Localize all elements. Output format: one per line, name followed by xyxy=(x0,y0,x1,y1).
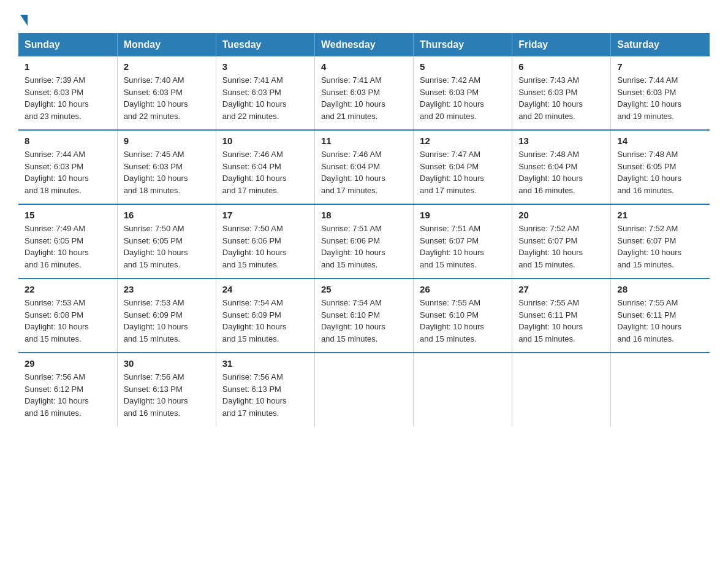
calendar-cell: 5Sunrise: 7:42 AMSunset: 6:03 PMDaylight… xyxy=(414,56,512,130)
day-info: Sunrise: 7:39 AMSunset: 6:03 PMDaylight:… xyxy=(25,74,111,122)
day-number: 30 xyxy=(124,358,210,369)
calendar-week-row: 22Sunrise: 7:53 AMSunset: 6:08 PMDayligh… xyxy=(18,278,710,353)
calendar-cell: 20Sunrise: 7:52 AMSunset: 6:07 PMDayligh… xyxy=(512,204,611,278)
calendar-cell: 11Sunrise: 7:46 AMSunset: 6:04 PMDayligh… xyxy=(314,130,413,204)
calendar-cell: 4Sunrise: 7:41 AMSunset: 6:03 PMDaylight… xyxy=(314,56,413,130)
calendar-cell: 2Sunrise: 7:40 AMSunset: 6:03 PMDaylight… xyxy=(117,56,216,130)
day-number: 20 xyxy=(518,210,604,220)
day-info: Sunrise: 7:48 AMSunset: 6:04 PMDaylight:… xyxy=(518,148,604,196)
day-info: Sunrise: 7:49 AMSunset: 6:05 PMDaylight:… xyxy=(25,223,111,270)
day-info: Sunrise: 7:44 AMSunset: 6:03 PMDaylight:… xyxy=(25,148,111,196)
day-info: Sunrise: 7:43 AMSunset: 6:03 PMDaylight:… xyxy=(518,74,604,122)
calendar-week-row: 8Sunrise: 7:44 AMSunset: 6:03 PMDaylight… xyxy=(18,130,710,204)
calendar-cell: 6Sunrise: 7:43 AMSunset: 6:03 PMDaylight… xyxy=(512,56,611,130)
day-info: Sunrise: 7:56 AMSunset: 6:12 PMDaylight:… xyxy=(25,371,111,419)
day-info: Sunrise: 7:40 AMSunset: 6:03 PMDaylight:… xyxy=(124,74,210,122)
calendar-cell xyxy=(512,353,611,426)
day-number: 8 xyxy=(25,136,111,146)
day-number: 7 xyxy=(617,61,703,72)
day-info: Sunrise: 7:46 AMSunset: 6:04 PMDaylight:… xyxy=(321,148,407,196)
weekday-header-saturday: Saturday xyxy=(611,33,710,56)
calendar-cell xyxy=(414,353,512,426)
calendar-cell: 3Sunrise: 7:41 AMSunset: 6:03 PMDaylight… xyxy=(216,56,314,130)
calendar-cell: 19Sunrise: 7:51 AMSunset: 6:07 PMDayligh… xyxy=(414,204,512,278)
day-number: 2 xyxy=(124,61,210,72)
day-info: Sunrise: 7:42 AMSunset: 6:03 PMDaylight:… xyxy=(420,74,506,122)
weekday-header-row: SundayMondayTuesdayWednesdayThursdayFrid… xyxy=(18,33,710,56)
day-number: 1 xyxy=(25,61,111,72)
calendar-cell: 29Sunrise: 7:56 AMSunset: 6:12 PMDayligh… xyxy=(18,353,117,426)
logo-arrow-icon xyxy=(20,15,28,26)
day-number: 14 xyxy=(617,136,703,146)
day-number: 23 xyxy=(124,284,210,294)
day-info: Sunrise: 7:52 AMSunset: 6:07 PMDaylight:… xyxy=(617,223,703,270)
calendar-cell: 16Sunrise: 7:50 AMSunset: 6:05 PMDayligh… xyxy=(117,204,216,278)
day-info: Sunrise: 7:45 AMSunset: 6:03 PMDaylight:… xyxy=(124,148,210,196)
calendar-week-row: 29Sunrise: 7:56 AMSunset: 6:12 PMDayligh… xyxy=(18,353,710,426)
page-header xyxy=(18,12,710,22)
calendar-cell: 25Sunrise: 7:54 AMSunset: 6:10 PMDayligh… xyxy=(314,278,413,353)
calendar-cell: 8Sunrise: 7:44 AMSunset: 6:03 PMDaylight… xyxy=(18,130,117,204)
day-number: 22 xyxy=(25,284,111,294)
day-info: Sunrise: 7:50 AMSunset: 6:05 PMDaylight:… xyxy=(124,223,210,270)
weekday-header-wednesday: Wednesday xyxy=(314,33,413,56)
day-number: 27 xyxy=(518,284,604,294)
logo xyxy=(18,12,28,22)
calendar-cell: 28Sunrise: 7:55 AMSunset: 6:11 PMDayligh… xyxy=(611,278,710,353)
calendar-cell: 24Sunrise: 7:54 AMSunset: 6:09 PMDayligh… xyxy=(216,278,314,353)
calendar-cell: 23Sunrise: 7:53 AMSunset: 6:09 PMDayligh… xyxy=(117,278,216,353)
day-number: 3 xyxy=(222,61,308,72)
day-number: 26 xyxy=(420,284,506,294)
weekday-header-friday: Friday xyxy=(512,33,611,56)
calendar-cell: 13Sunrise: 7:48 AMSunset: 6:04 PMDayligh… xyxy=(512,130,611,204)
day-info: Sunrise: 7:51 AMSunset: 6:06 PMDaylight:… xyxy=(321,223,407,270)
day-number: 13 xyxy=(518,136,604,146)
day-number: 18 xyxy=(321,210,407,220)
day-number: 31 xyxy=(222,358,308,369)
day-number: 21 xyxy=(617,210,703,220)
weekday-header-tuesday: Tuesday xyxy=(216,33,314,56)
calendar-cell: 22Sunrise: 7:53 AMSunset: 6:08 PMDayligh… xyxy=(18,278,117,353)
calendar-week-row: 15Sunrise: 7:49 AMSunset: 6:05 PMDayligh… xyxy=(18,204,710,278)
day-number: 24 xyxy=(222,284,308,294)
day-info: Sunrise: 7:56 AMSunset: 6:13 PMDaylight:… xyxy=(124,371,210,419)
day-info: Sunrise: 7:50 AMSunset: 6:06 PMDaylight:… xyxy=(222,223,308,270)
day-info: Sunrise: 7:51 AMSunset: 6:07 PMDaylight:… xyxy=(420,223,506,270)
day-number: 16 xyxy=(124,210,210,220)
day-number: 6 xyxy=(518,61,604,72)
calendar-cell: 9Sunrise: 7:45 AMSunset: 6:03 PMDaylight… xyxy=(117,130,216,204)
weekday-header-sunday: Sunday xyxy=(18,33,117,56)
day-number: 25 xyxy=(321,284,407,294)
calendar-cell: 15Sunrise: 7:49 AMSunset: 6:05 PMDayligh… xyxy=(18,204,117,278)
calendar-cell: 30Sunrise: 7:56 AMSunset: 6:13 PMDayligh… xyxy=(117,353,216,426)
day-info: Sunrise: 7:55 AMSunset: 6:11 PMDaylight:… xyxy=(617,297,703,345)
day-number: 11 xyxy=(321,136,407,146)
calendar-cell: 1Sunrise: 7:39 AMSunset: 6:03 PMDaylight… xyxy=(18,56,117,130)
calendar-cell: 17Sunrise: 7:50 AMSunset: 6:06 PMDayligh… xyxy=(216,204,314,278)
weekday-header-monday: Monday xyxy=(117,33,216,56)
day-info: Sunrise: 7:44 AMSunset: 6:03 PMDaylight:… xyxy=(617,74,703,122)
calendar-table: SundayMondayTuesdayWednesdayThursdayFrid… xyxy=(18,33,710,426)
day-info: Sunrise: 7:41 AMSunset: 6:03 PMDaylight:… xyxy=(222,74,308,122)
day-number: 9 xyxy=(124,136,210,146)
calendar-week-row: 1Sunrise: 7:39 AMSunset: 6:03 PMDaylight… xyxy=(18,56,710,130)
day-info: Sunrise: 7:56 AMSunset: 6:13 PMDaylight:… xyxy=(222,371,308,419)
calendar-cell: 31Sunrise: 7:56 AMSunset: 6:13 PMDayligh… xyxy=(216,353,314,426)
weekday-header-thursday: Thursday xyxy=(414,33,512,56)
day-number: 15 xyxy=(25,210,111,220)
day-info: Sunrise: 7:48 AMSunset: 6:05 PMDaylight:… xyxy=(617,148,703,196)
day-number: 17 xyxy=(222,210,308,220)
calendar-cell: 18Sunrise: 7:51 AMSunset: 6:06 PMDayligh… xyxy=(314,204,413,278)
day-info: Sunrise: 7:47 AMSunset: 6:04 PMDaylight:… xyxy=(420,148,506,196)
day-info: Sunrise: 7:41 AMSunset: 6:03 PMDaylight:… xyxy=(321,74,407,122)
calendar-cell: 7Sunrise: 7:44 AMSunset: 6:03 PMDaylight… xyxy=(611,56,710,130)
day-info: Sunrise: 7:53 AMSunset: 6:09 PMDaylight:… xyxy=(124,297,210,345)
calendar-cell: 27Sunrise: 7:55 AMSunset: 6:11 PMDayligh… xyxy=(512,278,611,353)
calendar-cell xyxy=(611,353,710,426)
day-info: Sunrise: 7:55 AMSunset: 6:11 PMDaylight:… xyxy=(518,297,604,345)
day-info: Sunrise: 7:54 AMSunset: 6:09 PMDaylight:… xyxy=(222,297,308,345)
day-number: 19 xyxy=(420,210,506,220)
calendar-cell: 10Sunrise: 7:46 AMSunset: 6:04 PMDayligh… xyxy=(216,130,314,204)
calendar-cell: 21Sunrise: 7:52 AMSunset: 6:07 PMDayligh… xyxy=(611,204,710,278)
day-info: Sunrise: 7:55 AMSunset: 6:10 PMDaylight:… xyxy=(420,297,506,345)
